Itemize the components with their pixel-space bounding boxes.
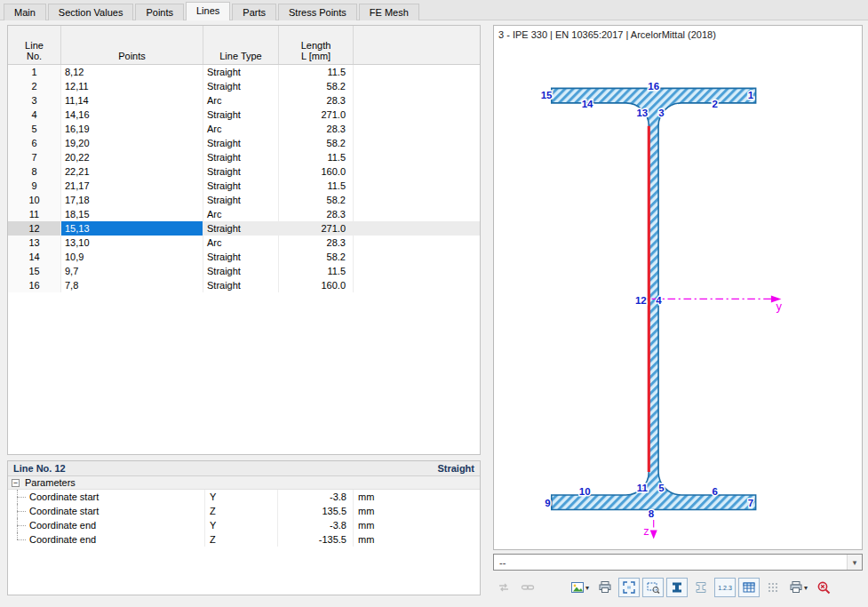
show-section-solid-button[interactable]	[666, 578, 688, 597]
show-grid-button[interactable]	[738, 578, 760, 597]
table-row[interactable]: 1118,15Arc28.3	[8, 207, 480, 221]
line-number-cell[interactable]: 12	[8, 221, 61, 236]
length-cell[interactable]: 160.0	[279, 278, 354, 292]
tab-parts[interactable]: Parts	[232, 4, 276, 20]
empty-cell[interactable]	[354, 108, 480, 122]
line-type-cell[interactable]: Arc	[203, 207, 279, 221]
line-type-cell[interactable]: Straight	[203, 136, 279, 150]
line-type-cell[interactable]: Arc	[203, 93, 279, 108]
table-row[interactable]: 1215,13Straight271.0	[8, 221, 480, 236]
points-cell[interactable]: 8,12	[61, 65, 203, 79]
section-drawing[interactable]: y z 15141613321124910115678	[494, 26, 862, 549]
tab-section-values[interactable]: Section Values	[48, 4, 134, 20]
parameter-row[interactable]: Coordinate startZ135.5mm	[8, 504, 480, 518]
points-cell[interactable]: 12,11	[61, 79, 203, 93]
line-type-cell[interactable]: Straight	[203, 164, 279, 179]
points-cell[interactable]: 16,19	[61, 122, 203, 136]
zoom-fit-button[interactable]	[618, 578, 640, 597]
line-number-cell[interactable]: 14	[8, 250, 61, 264]
length-cell[interactable]: 58.2	[279, 136, 354, 150]
points-cell[interactable]: 19,20	[61, 136, 203, 150]
line-type-cell[interactable]: Straight	[203, 108, 279, 122]
line-type-cell[interactable]: Straight	[203, 278, 279, 292]
empty-cell[interactable]	[354, 122, 480, 136]
table-row[interactable]: 159,7Straight11.5	[8, 264, 480, 278]
display-mode-button[interactable]: ▾	[568, 578, 592, 597]
length-cell[interactable]: 11.5	[279, 179, 354, 193]
tab-stress-points[interactable]: Stress Points	[278, 4, 357, 20]
line-number-cell[interactable]: 13	[8, 236, 61, 250]
chevron-down-icon[interactable]: ▾	[847, 555, 862, 570]
line-type-cell[interactable]: Straight	[203, 221, 279, 236]
show-section-outline-button[interactable]	[690, 578, 712, 597]
empty-cell[interactable]	[354, 193, 480, 207]
empty-cell[interactable]	[354, 250, 480, 264]
empty-cell[interactable]	[354, 179, 480, 193]
empty-cell[interactable]	[354, 207, 480, 221]
parameters-group-header[interactable]: − Parameters	[8, 476, 480, 490]
line-number-cell[interactable]: 2	[8, 79, 61, 93]
parameter-value[interactable]: -135.5	[278, 532, 354, 547]
points-cell[interactable]: 14,16	[61, 108, 203, 122]
print-graphic-button[interactable]	[594, 578, 616, 597]
parameter-value[interactable]: -3.8	[278, 518, 354, 532]
line-type-cell[interactable]: Arc	[203, 236, 279, 250]
tab-fe-mesh[interactable]: FE Mesh	[359, 4, 419, 20]
line-number-cell[interactable]: 4	[8, 108, 61, 122]
table-row[interactable]: 720,22Straight11.5	[8, 150, 480, 164]
empty-cell[interactable]	[354, 221, 480, 236]
parameter-value[interactable]: 135.5	[278, 504, 354, 518]
line-type-cell[interactable]: Straight	[203, 179, 279, 193]
points-cell[interactable]: 10,9	[61, 250, 203, 264]
table-row[interactable]: 212,11Straight58.2	[8, 79, 480, 93]
table-row[interactable]: 619,20Straight58.2	[8, 136, 480, 150]
points-cell[interactable]: 22,21	[61, 164, 203, 179]
length-cell[interactable]: 28.3	[279, 207, 354, 221]
tab-main[interactable]: Main	[4, 4, 46, 20]
empty-cell[interactable]	[354, 79, 480, 93]
empty-cell[interactable]	[354, 136, 480, 150]
empty-cell[interactable]	[354, 264, 480, 278]
points-cell[interactable]: 15,13	[61, 221, 203, 236]
line-number-cell[interactable]: 15	[8, 264, 61, 278]
parameter-row[interactable]: Coordinate endY-3.8mm	[8, 518, 480, 532]
length-cell[interactable]: 271.0	[279, 108, 354, 122]
length-cell[interactable]: 28.3	[279, 236, 354, 250]
table-row[interactable]: 1017,18Straight58.2	[8, 193, 480, 207]
empty-cell[interactable]	[354, 150, 480, 164]
line-number-cell[interactable]: 9	[8, 179, 61, 193]
parameter-value[interactable]: -3.8	[278, 490, 354, 504]
section-view[interactable]: 3 - IPE 330 | EN 10365:2017 | ArcelorMit…	[493, 25, 863, 550]
points-cell[interactable]: 7,8	[61, 278, 203, 292]
points-cell[interactable]: 11,14	[61, 93, 203, 108]
points-cell[interactable]: 17,18	[61, 193, 203, 207]
sync-views-button[interactable]	[493, 578, 514, 597]
line-number-cell[interactable]: 16	[8, 278, 61, 292]
line-type-cell[interactable]: Straight	[203, 264, 279, 278]
line-number-cell[interactable]: 11	[8, 207, 61, 221]
table-row[interactable]: 414,16Straight271.0	[8, 108, 480, 122]
table-row[interactable]: 1410,9Straight58.2	[8, 250, 480, 264]
length-cell[interactable]: 28.3	[279, 122, 354, 136]
empty-cell[interactable]	[354, 278, 480, 292]
zoom-window-button[interactable]	[642, 578, 664, 597]
line-type-cell[interactable]: Straight	[203, 193, 279, 207]
print-button[interactable]: ▾	[786, 578, 810, 597]
line-number-cell[interactable]: 7	[8, 150, 61, 164]
line-number-cell[interactable]: 8	[8, 164, 61, 179]
table-row[interactable]: 167,8Straight160.0	[8, 278, 480, 292]
points-cell[interactable]: 20,22	[61, 150, 203, 164]
link-views-button[interactable]	[517, 578, 538, 597]
empty-cell[interactable]	[354, 236, 480, 250]
line-number-cell[interactable]: 6	[8, 136, 61, 150]
length-cell[interactable]: 160.0	[279, 164, 354, 179]
line-type-cell[interactable]: Straight	[203, 250, 279, 264]
points-cell[interactable]: 9,7	[61, 264, 203, 278]
reset-zoom-button[interactable]	[813, 578, 834, 597]
table-row[interactable]: 822,21Straight160.0	[8, 164, 480, 179]
length-cell[interactable]: 58.2	[279, 79, 354, 93]
table-row[interactable]: 1313,10Arc28.3	[8, 236, 480, 250]
points-cell[interactable]: 21,17	[61, 179, 203, 193]
line-number-cell[interactable]: 1	[8, 65, 61, 79]
line-number-cell[interactable]: 10	[8, 193, 61, 207]
